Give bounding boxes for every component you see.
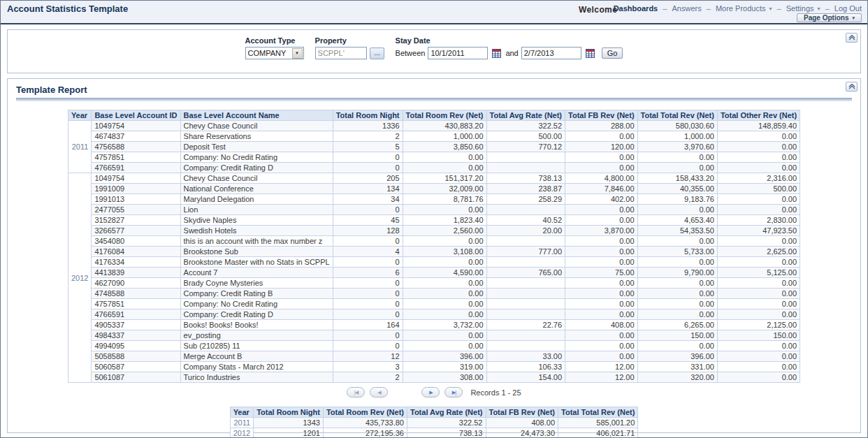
table-row: 20121201272,195.36738.1324,473.30406,021… <box>230 428 638 438</box>
column-header: Total FB Rev (Net) <box>486 407 558 418</box>
filter-controls: Account Type COMPANY ▼ Property ... Stay… <box>8 30 860 59</box>
cell-room-rev: 0.00 <box>403 236 486 247</box>
page-options-label: Page Options <box>804 14 848 22</box>
cell-room-night: 205 <box>333 173 403 184</box>
cell-fb-rev: 4,800.00 <box>565 173 638 184</box>
table-row: 4748588Company: Credit Rating B00.000.00… <box>68 289 800 299</box>
between-label: Between <box>396 49 426 57</box>
table-row: 4905337Books! Books! Books!1643,732.0022… <box>68 320 800 330</box>
table-row: 4757851Company: No Credit Rating00.000.0… <box>68 152 800 163</box>
page-title: Account Statistics Template <box>7 3 128 14</box>
cell-total-rev: 150.00 <box>637 330 717 341</box>
cell-account-id: 4627090 <box>92 278 180 289</box>
next-page-button[interactable]: ▶ <box>421 387 440 397</box>
cell-account-name: Books! Books! Books! <box>180 320 333 330</box>
cell-total-rev: 0.00 <box>637 309 717 320</box>
cell-account-name: Company: Credit Rating D <box>180 163 333 173</box>
cell-avg-rate: 258.29 <box>486 194 565 205</box>
cell-room-night: 0 <box>333 289 403 299</box>
pagination: |◀ ◀ ▶ ▶| Records 1 - 25 <box>8 387 860 397</box>
table-row: 5061087Turico Industries2308.00154.0012.… <box>68 372 800 383</box>
property-browse-button[interactable]: ... <box>370 48 384 59</box>
cell-account-name: this is an account with the max number z <box>180 236 333 247</box>
cell-fb-rev: 402.00 <box>565 194 638 205</box>
cell-fb-rev: 0.00 <box>565 205 638 215</box>
title-rule <box>16 98 852 101</box>
previous-page-button[interactable]: ◀ <box>370 387 388 397</box>
cell-account-id: 4413839 <box>92 268 180 278</box>
cell-room-night: 2 <box>333 372 403 383</box>
cell-room-night: 6 <box>333 268 403 278</box>
cell-avg-rate <box>486 205 565 215</box>
cell-account-name: Company: No Credit Rating <box>180 299 333 309</box>
cell-room-rev: 0.00 <box>403 289 486 299</box>
cell-fb-rev: 0.00 <box>565 341 638 351</box>
cell-total-rev: 0.00 <box>637 278 717 289</box>
dashboard-page: Account Statistics Template Welcome Dash… <box>0 0 868 438</box>
year-cell: 2012 <box>230 428 253 438</box>
cell-room-night: 0 <box>333 278 403 289</box>
cell-account-id: 4756588 <box>92 142 180 152</box>
property-input[interactable] <box>315 47 367 59</box>
account-type-select[interactable]: COMPANY ▼ <box>245 47 304 59</box>
cell-total-rev: 9,790.00 <box>637 268 717 278</box>
cell-room-night: 34 <box>333 194 403 205</box>
cell-account-id: 5058588 <box>92 351 180 362</box>
cell-account-id: 4905337 <box>92 320 180 330</box>
table-row: 4984337ev_posting00.000.00150.00150.00 <box>68 330 800 341</box>
page-options-button[interactable]: Page Options ▾ <box>797 13 862 22</box>
cell-avg-rate <box>486 257 565 268</box>
cell-room-rev: 2,560.00 <box>403 226 486 236</box>
cell-avg-rate <box>486 330 565 341</box>
table-row: 4766591Company: Credit Rating D00.000.00… <box>68 163 800 173</box>
column-header: Total Total Rev (Net) <box>558 407 638 418</box>
cell-other-rev: 0.00 <box>717 278 800 289</box>
cell-room-rev: 3,732.00 <box>403 320 486 330</box>
cell-account-name: ev_posting <box>180 330 333 341</box>
collapse-report-button[interactable] <box>846 82 858 92</box>
cell-avg-rate: 106.33 <box>486 362 565 372</box>
nav-answers[interactable]: Answers <box>672 4 701 13</box>
nav-settings[interactable]: Settings <box>786 4 814 13</box>
cell-account-name: Turico Industries <box>180 372 333 383</box>
column-header: Total Avg Rate (Net) <box>486 110 565 121</box>
calendar-icon[interactable] <box>492 49 501 58</box>
stay-date-group: Stay Date Between and <box>396 36 623 59</box>
cell-account-id: 4766591 <box>92 163 180 173</box>
cell-account-name: National Conference <box>180 184 333 194</box>
cell-total-rev: 320.00 <box>637 372 717 383</box>
cell-account-id: 4984337 <box>92 330 180 341</box>
cell-account-id: 4176334 <box>92 257 180 268</box>
nav-more-products[interactable]: More Products <box>716 4 766 13</box>
first-page-button[interactable]: |◀ <box>347 387 365 397</box>
stay-date-to-input[interactable] <box>521 47 581 59</box>
cell-account-name: Company: No Credit Rating <box>180 152 333 163</box>
cell-account-name: Maryland Delegation <box>180 194 333 205</box>
stay-date-from-input[interactable] <box>428 47 488 59</box>
column-header: Total Other Rev (Net) <box>717 110 800 121</box>
table-row: 3152827Skydive Naples451,823.4040.520.00… <box>68 215 800 226</box>
cell-total-rev: 0.00 <box>637 236 717 247</box>
cell-room-rev: 0.00 <box>403 299 486 309</box>
collapse-filter-button[interactable] <box>846 33 858 43</box>
cell-other-rev: 0.00 <box>717 194 800 205</box>
cell-avg-rate <box>486 236 565 247</box>
nav-log-out[interactable]: Log Out <box>834 4 862 13</box>
cell-fb-rev: 0.00 <box>565 163 638 173</box>
cell-account-name: Lion <box>180 205 333 215</box>
welcome-text: Welcome <box>579 5 617 15</box>
go-button[interactable]: Go <box>602 48 623 59</box>
nav-dashboards[interactable]: Dashboards <box>614 4 658 13</box>
report-panel: Template Report YearBase Level Account I… <box>7 78 861 433</box>
cell-account-id: 4674837 <box>92 131 180 142</box>
nav-separator: – <box>707 4 711 13</box>
table-row: 4176334Brookstone Master with no Stats i… <box>68 257 800 268</box>
cell-account-id: 1991013 <box>92 194 180 205</box>
calendar-icon[interactable] <box>586 49 595 58</box>
nav-separator: – <box>777 4 781 13</box>
last-page-button[interactable]: ▶| <box>444 387 463 397</box>
and-label: and <box>505 49 518 57</box>
cell-avg-rate: 20.00 <box>486 226 565 236</box>
cell-total-rev: 54,353.50 <box>637 226 717 236</box>
table-row: 20111343435,733.80322.52408.00585,001.20 <box>230 418 638 428</box>
